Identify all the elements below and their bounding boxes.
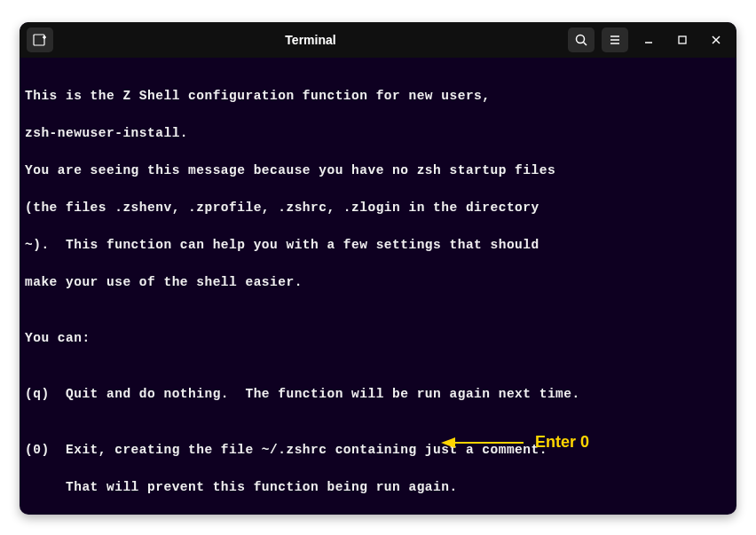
search-button[interactable] bbox=[568, 28, 595, 52]
menu-button[interactable] bbox=[602, 28, 628, 52]
close-button[interactable] bbox=[703, 28, 729, 52]
terminal-line: (0) Exit, creating the file ~/.zshrc con… bbox=[25, 441, 731, 460]
new-tab-button[interactable] bbox=[27, 28, 53, 52]
terminal-line: zsh-newuser-install. bbox=[25, 124, 731, 143]
svg-point-3 bbox=[577, 35, 585, 43]
svg-rect-9 bbox=[679, 36, 686, 43]
terminal-line: make your use of the shell easier. bbox=[25, 273, 731, 292]
terminal-window: Terminal bbox=[20, 22, 736, 515]
window-title: Terminal bbox=[53, 33, 568, 47]
terminal-line: That will prevent this function being ru… bbox=[25, 478, 731, 497]
terminal-line: You are seeing this message because you … bbox=[25, 161, 731, 180]
terminal-line: You can: bbox=[25, 329, 731, 348]
terminal-line: ~). This function can help you with a fe… bbox=[25, 236, 731, 255]
terminal-line: (q) Quit and do nothing. The function wi… bbox=[25, 385, 731, 404]
svg-line-4 bbox=[584, 43, 587, 46]
terminal-content[interactable]: This is the Z Shell configuration functi… bbox=[20, 58, 736, 515]
minimize-button[interactable] bbox=[635, 28, 662, 52]
title-bar: Terminal bbox=[20, 22, 736, 58]
svg-rect-0 bbox=[34, 35, 44, 45]
terminal-line: (the files .zshenv, .zprofile, .zshrc, .… bbox=[25, 199, 731, 217]
maximize-button[interactable] bbox=[669, 28, 696, 52]
terminal-line: This is the Z Shell configuration functi… bbox=[25, 87, 731, 106]
